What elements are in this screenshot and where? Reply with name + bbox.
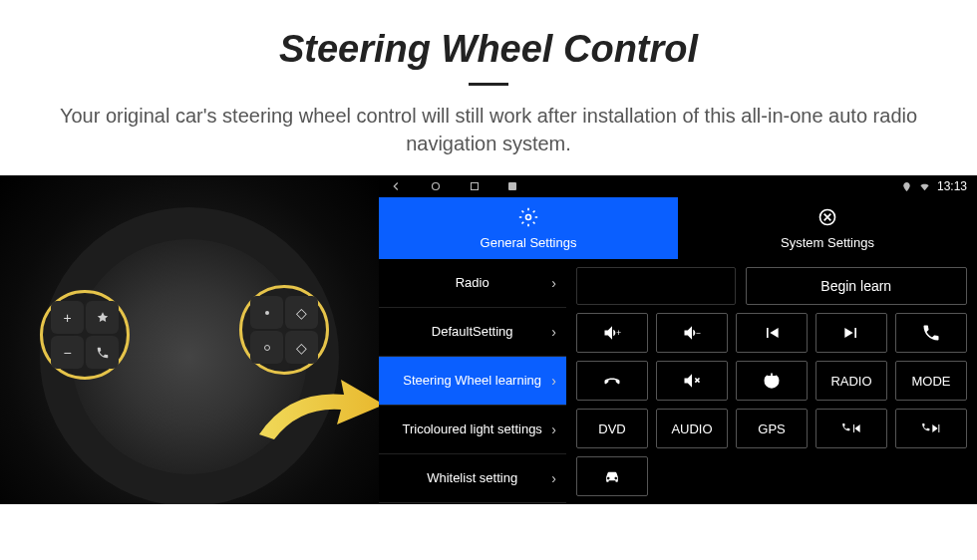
next-track-button[interactable]	[815, 313, 887, 353]
vol-up-button[interactable]: +	[576, 313, 648, 353]
svg-text:+: +	[616, 328, 621, 338]
top-action-row: Begin learn	[576, 267, 967, 305]
body-row: Radio › DefaultSetting › Steering Wheel …	[379, 259, 977, 504]
car-button[interactable]	[576, 456, 648, 496]
svg-text:−: −	[696, 328, 701, 338]
sidebar-item-default-setting[interactable]: DefaultSetting ›	[379, 308, 566, 357]
sidebar-item-label: Whitelist setting	[393, 470, 551, 486]
sidebar-item-label: DefaultSetting	[393, 324, 551, 340]
page-subtitle: Your original car's steering wheel contr…	[40, 102, 937, 157]
app-icon[interactable]	[506, 180, 518, 192]
audio-button[interactable]: AUDIO	[656, 409, 728, 448]
tab-general-settings[interactable]: General Settings	[379, 197, 678, 259]
sidebar-item-label: Steering Wheel learning	[393, 373, 551, 389]
wheel-button-cluster-left: + −	[40, 290, 130, 380]
chevron-right-icon: ›	[551, 373, 556, 389]
wheel-btn-cycle	[250, 331, 283, 364]
steering-wheel-image: + − ◇ ◇	[0, 175, 379, 504]
svg-point-2	[433, 183, 440, 190]
gear-icon	[518, 207, 538, 232]
svg-rect-3	[472, 183, 479, 190]
wheel-btn-phone	[86, 336, 119, 369]
device-ui: 13:13 General Settings System Settings R…	[379, 175, 977, 504]
arrow-icon	[249, 375, 379, 454]
status-box	[576, 267, 736, 305]
chevron-right-icon: ›	[551, 470, 556, 486]
chevron-right-icon: ›	[551, 421, 556, 437]
call-button[interactable]	[895, 313, 967, 353]
vol-down-button[interactable]: −	[656, 313, 728, 353]
button-grid: + − RADIO MODE DVD AUDIO GPS	[576, 313, 967, 496]
svg-point-1	[264, 345, 269, 350]
wheel-btn-minus: −	[51, 336, 84, 369]
sidebar-item-label: Tricoloured light settings	[393, 421, 551, 437]
recent-icon[interactable]	[469, 180, 481, 192]
radio-button[interactable]: RADIO	[815, 361, 887, 401]
tab-system-settings[interactable]: System Settings	[678, 197, 977, 259]
prev-track-button[interactable]	[736, 313, 808, 353]
call-prev-button[interactable]	[815, 409, 887, 448]
mode-button[interactable]: MODE	[895, 361, 967, 401]
sidebar-item-whitelist[interactable]: Whitelist setting ›	[379, 454, 566, 503]
tab-label: General Settings	[481, 235, 577, 250]
wheel-btn-diamond: ◇	[285, 296, 318, 329]
gps-button[interactable]: GPS	[736, 409, 808, 448]
back-icon[interactable]	[389, 179, 403, 193]
begin-learn-button[interactable]: Begin learn	[746, 267, 968, 305]
begin-learn-label: Begin learn	[820, 278, 891, 294]
wifi-icon	[918, 181, 931, 192]
chevron-right-icon: ›	[551, 275, 556, 291]
home-icon[interactable]	[429, 179, 443, 193]
hangup-button[interactable]	[576, 361, 648, 401]
sidebar-item-tricoloured-light[interactable]: Tricoloured light settings ›	[379, 406, 566, 454]
sidebar-item-radio[interactable]: Radio ›	[379, 259, 566, 308]
svg-rect-4	[508, 182, 516, 190]
sidebar-item-label: Radio	[393, 275, 551, 291]
page-header: Steering Wheel Control Your original car…	[0, 0, 977, 157]
wheel-btn-voice	[86, 301, 119, 334]
tabs: General Settings System Settings	[379, 197, 977, 259]
chevron-right-icon: ›	[551, 324, 556, 340]
location-icon	[901, 181, 912, 192]
sidebar-item-steering-wheel[interactable]: Steering Wheel learning ›	[379, 357, 566, 406]
svg-point-5	[526, 214, 531, 219]
tab-label: System Settings	[781, 235, 874, 250]
title-underline	[469, 83, 508, 86]
svg-point-0	[265, 311, 269, 315]
status-bar: 13:13	[379, 175, 977, 197]
page-title: Steering Wheel Control	[0, 28, 977, 71]
wheel-btn-up	[250, 296, 283, 329]
learning-panel: Begin learn + − RADIO MODE DVD AUDIO	[566, 259, 977, 504]
status-time: 13:13	[937, 179, 967, 193]
system-icon	[817, 207, 837, 232]
wheel-button-cluster-right: ◇ ◇	[239, 285, 329, 375]
call-next-button[interactable]	[895, 409, 967, 448]
settings-sidebar: Radio › DefaultSetting › Steering Wheel …	[379, 259, 566, 504]
content-row: + − ◇ ◇	[0, 175, 977, 504]
wheel-btn-plus: +	[51, 301, 84, 334]
power-button[interactable]	[736, 361, 808, 401]
dvd-button[interactable]: DVD	[576, 409, 648, 448]
wheel-btn-down: ◇	[285, 331, 318, 364]
mute-button[interactable]	[656, 361, 728, 401]
